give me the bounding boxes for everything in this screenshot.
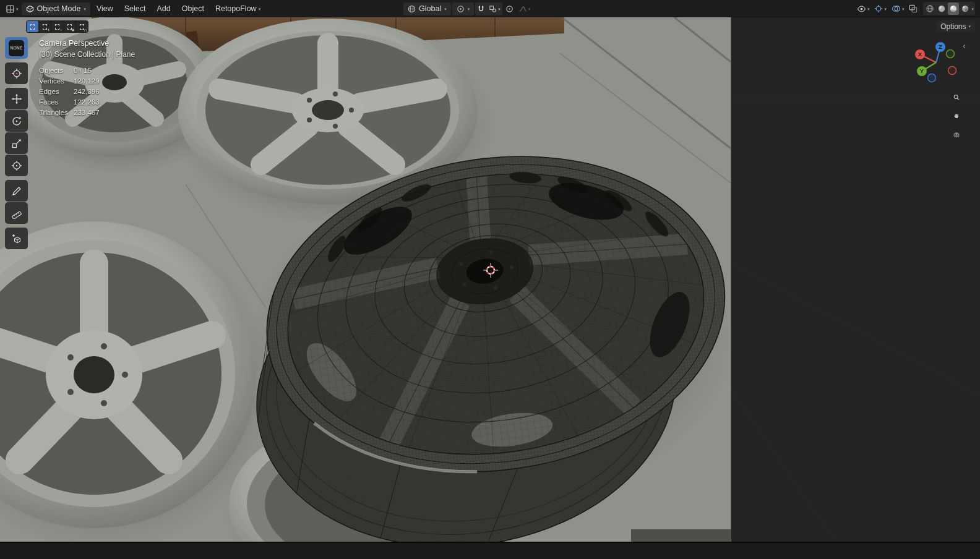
solid-shading-button[interactable] bbox=[936, 2, 947, 15]
select-mode-new-button[interactable] bbox=[27, 21, 38, 32]
3d-cursor bbox=[483, 263, 498, 278]
header-left-group: ▾ Object Mode ▾ View Select Add Object R… bbox=[4, 0, 265, 17]
select-mode-extend-button[interactable]: + bbox=[39, 21, 51, 32]
show-gizmos-dropdown[interactable]: ▾ bbox=[872, 2, 888, 15]
stat-label: Triangles bbox=[39, 109, 74, 116]
3d-viewport[interactable]: + − ∗ ∩ Options ▾ NONE bbox=[0, 17, 980, 542]
select-mode-invert-button[interactable]: ∗ bbox=[64, 21, 75, 32]
proportional-editing-icon bbox=[505, 5, 514, 13]
move-tool-button[interactable] bbox=[5, 88, 28, 109]
stat-value: 242,396 bbox=[74, 88, 135, 95]
navigation-gizmo[interactable]: Z X Y bbox=[914, 40, 958, 87]
top-header-bar: ▾ Object Mode ▾ View Select Add Object R… bbox=[0, 0, 980, 17]
retopoflow-tool-icon: NONE bbox=[9, 40, 24, 56]
annotate-pencil-icon bbox=[11, 186, 22, 197]
pivot-dropdown[interactable]: ▾ bbox=[452, 2, 475, 15]
scene-statistics: Objects0 / 15 Vertices120,129 Edges242,3… bbox=[39, 67, 135, 116]
move-tool-icon bbox=[11, 93, 22, 105]
magnifier-icon bbox=[953, 92, 960, 103]
scale-tool-button[interactable] bbox=[5, 132, 28, 154]
measure-ruler-icon bbox=[11, 208, 22, 219]
axis-x-label: X bbox=[918, 51, 922, 58]
pan-button[interactable] bbox=[950, 109, 963, 122]
retopoflow-label: RetopoFlow bbox=[215, 4, 257, 13]
chevron-down-icon: ▾ bbox=[968, 24, 971, 28]
menu-add[interactable]: Add bbox=[152, 2, 176, 15]
3d-viewport-editor-icon bbox=[6, 4, 15, 14]
editor-type-button[interactable]: ▾ bbox=[4, 2, 20, 15]
proportional-falloff-dropdown[interactable]: ▾ bbox=[517, 2, 533, 15]
material-preview-shading-button[interactable] bbox=[948, 2, 959, 15]
menu-view[interactable]: View bbox=[92, 2, 118, 15]
mode-dropdown[interactable]: Object Mode ▾ bbox=[22, 2, 90, 15]
show-overlays-dropdown[interactable]: ▾ bbox=[890, 2, 906, 15]
header-transform-group: Global ▾ ▾ bbox=[403, 0, 532, 17]
stat-value: 122,263 bbox=[74, 98, 135, 106]
chevron-down-icon: ▾ bbox=[468, 7, 470, 11]
tool-shelf: NONE bbox=[5, 37, 28, 250]
view-name-label: Camera Perspective bbox=[39, 38, 135, 49]
rendered-shading-button[interactable] bbox=[960, 2, 971, 15]
options-dropdown[interactable]: Options ▾ bbox=[936, 20, 975, 32]
transform-tool-button[interactable] bbox=[5, 155, 28, 176]
chevron-down-icon: ▾ bbox=[84, 7, 86, 11]
camera-view-button[interactable] bbox=[950, 127, 963, 141]
scene-context-label: (30) Scene Collection | Plane bbox=[39, 49, 135, 60]
stat-label: Vertices bbox=[39, 77, 74, 85]
chevron-down-icon: ▾ bbox=[444, 7, 447, 11]
menu-select[interactable]: Select bbox=[119, 2, 151, 15]
falloff-curve-icon bbox=[518, 5, 527, 13]
select-mode-subtract-button[interactable]: − bbox=[51, 21, 63, 32]
pivot-point-icon bbox=[457, 5, 465, 13]
show-gizmos-icon bbox=[874, 4, 883, 13]
snap-toggle[interactable] bbox=[475, 2, 487, 15]
scale-tool-icon bbox=[11, 138, 22, 149]
show-overlays-icon bbox=[892, 4, 901, 13]
snap-target-icon bbox=[489, 5, 497, 13]
measure-tool-button[interactable] bbox=[5, 202, 28, 224]
select-box-icon bbox=[30, 24, 35, 30]
axis-y-label: Y bbox=[920, 68, 924, 74]
menu-retopoflow[interactable]: RetopoFlow ▾ bbox=[210, 2, 265, 15]
cursor-tool-button[interactable] bbox=[5, 62, 28, 84]
3d-cursor-icon bbox=[483, 263, 498, 278]
stat-label: Objects bbox=[39, 67, 74, 74]
object-visibility-eye-icon bbox=[857, 5, 866, 13]
retopoflow-tool-button[interactable]: NONE bbox=[5, 37, 28, 59]
sidebar-toggle-arrow[interactable]: ‹ bbox=[963, 41, 966, 50]
add-cube-icon bbox=[11, 233, 22, 244]
viewport-hud: Camera Perspective (30) Scene Collection… bbox=[39, 38, 135, 116]
xray-toggle[interactable] bbox=[907, 2, 919, 15]
proportional-editing-toggle[interactable] bbox=[504, 2, 515, 15]
annotate-tool-button[interactable] bbox=[5, 180, 28, 202]
rotate-tool-button[interactable] bbox=[5, 110, 28, 132]
outside-camera-area[interactable] bbox=[731, 17, 980, 542]
chevron-down-icon: ▾ bbox=[259, 7, 261, 11]
material-preview-shading-icon bbox=[949, 4, 958, 13]
stat-value: 0 / 15 bbox=[74, 67, 135, 74]
axis-gizmo: Z X Y bbox=[914, 40, 958, 87]
zoom-button[interactable] bbox=[950, 90, 963, 104]
menu-object[interactable]: Object bbox=[177, 2, 209, 15]
status-bar bbox=[0, 542, 980, 559]
select-subtract-icon bbox=[55, 24, 59, 30]
rotate-tool-icon bbox=[11, 116, 22, 127]
orientation-dropdown[interactable]: Global ▾ bbox=[403, 2, 451, 15]
hand-icon bbox=[953, 111, 960, 121]
object-visibility-dropdown[interactable]: ▾ bbox=[855, 2, 872, 15]
object-mode-cube-icon bbox=[26, 5, 34, 13]
stat-value: 120,129 bbox=[74, 77, 135, 85]
stat-label: Faces bbox=[39, 98, 74, 106]
wireframe-shading-icon bbox=[926, 4, 934, 13]
grid-floor-lines bbox=[731, 17, 980, 542]
camera-icon bbox=[953, 129, 960, 140]
magnet-icon bbox=[477, 5, 485, 13]
select-mode-intersect-button[interactable]: ∩ bbox=[76, 21, 88, 32]
snap-control: ▾ bbox=[475, 2, 502, 15]
add-cube-tool-button[interactable] bbox=[5, 228, 28, 249]
wireframe-shading-button[interactable] bbox=[924, 2, 935, 15]
chevron-down-icon: ▾ bbox=[971, 7, 974, 11]
chevron-down-icon: ▾ bbox=[884, 7, 887, 11]
select-mode-group: + − ∗ ∩ bbox=[26, 20, 88, 33]
snap-target-dropdown[interactable]: ▾ bbox=[487, 2, 502, 15]
